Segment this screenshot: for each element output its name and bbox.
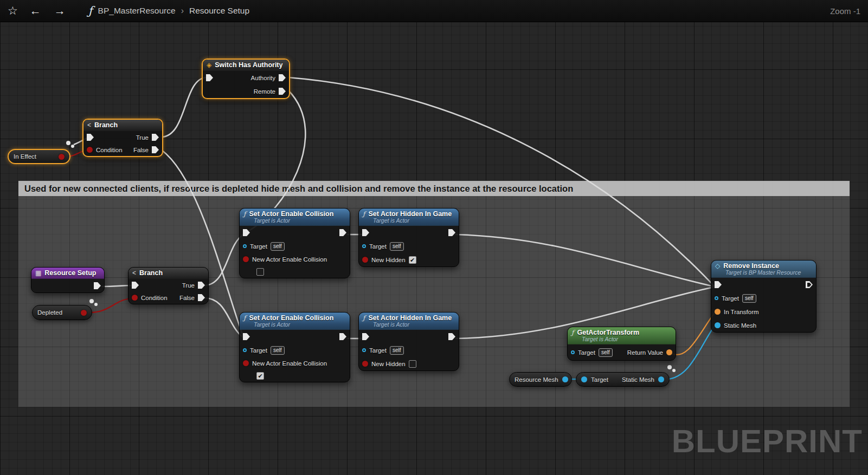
wire-branch-false-to-set-collision-2[interactable] (162, 150, 244, 339)
wire-hidden1-to-remove-instance[interactable] (455, 235, 714, 287)
target-pin[interactable] (243, 348, 247, 352)
condition-pin[interactable] (87, 147, 93, 153)
param-pin[interactable] (243, 256, 249, 262)
back-icon[interactable]: ← (30, 4, 41, 17)
authority-exec-out-pin[interactable] (279, 74, 286, 81)
self-value[interactable]: self (271, 346, 285, 355)
node-row: Target self (240, 239, 350, 253)
forward-icon[interactable]: → (54, 4, 66, 17)
node-row: New Actor Enable Collision (240, 357, 350, 369)
node-branch-bottom[interactable]: < Branch True Condition False (128, 267, 209, 304)
pin-label: Static Mesh (622, 376, 654, 383)
in-transform-pin[interactable] (715, 309, 721, 315)
self-value[interactable]: self (599, 348, 613, 357)
param-pin[interactable] (243, 360, 249, 366)
true-exec-out-pin[interactable] (152, 134, 159, 141)
node-depleted-variable[interactable]: Depleted (32, 305, 92, 320)
bool-out-pin[interactable] (59, 154, 65, 160)
node-row (240, 226, 350, 239)
variable-label: Depleted (37, 309, 62, 316)
node-title: Branch (94, 121, 118, 129)
exec-in-pin[interactable] (362, 333, 369, 340)
target-pin[interactable] (243, 244, 247, 248)
self-value[interactable]: self (271, 242, 285, 251)
false-exec-out-pin[interactable] (198, 294, 205, 301)
node-set-actor-hidden-2[interactable]: ƒ Set Actor Hidden In Game Target is Act… (358, 312, 459, 371)
node-get-actor-transform[interactable]: ƒ GetActorTransform Target is Actor Targ… (567, 327, 676, 361)
node-switch-has-authority[interactable]: ◈ Switch Has Authority Authority Remote (202, 58, 290, 99)
wire-branch-true-to-switch[interactable] (162, 77, 206, 137)
condition-pin[interactable] (132, 295, 138, 301)
pin-label: New Hidden (371, 257, 406, 263)
exec-out-pin[interactable] (94, 282, 101, 289)
false-exec-out-pin[interactable] (152, 146, 159, 153)
exec-out-pin[interactable] (448, 229, 455, 236)
node-resource-mesh-variable[interactable]: Resource Mesh (509, 372, 572, 387)
exec-in-pin[interactable] (715, 281, 722, 288)
target-pin[interactable] (362, 244, 366, 248)
exec-out-pin[interactable] (339, 333, 346, 340)
pin-label: Static Mesh (724, 322, 756, 329)
pin-label: Return Value (627, 349, 663, 356)
object-out-pin[interactable] (562, 376, 568, 382)
param-pin[interactable] (362, 257, 368, 263)
exec-in-pin[interactable] (87, 134, 94, 141)
remote-exec-out-pin[interactable] (279, 88, 286, 95)
wire-authority-to-remove-instance[interactable] (288, 77, 714, 286)
target-pin[interactable] (571, 350, 575, 354)
exec-out-pin[interactable] (339, 229, 346, 236)
exec-out-pin[interactable] (806, 281, 813, 288)
self-value[interactable]: self (742, 294, 756, 303)
node-resource-setup-event[interactable]: ▦ Resource Setup (31, 267, 105, 293)
node-row (31, 279, 104, 292)
pin-label: False (179, 295, 195, 301)
target-pin[interactable] (362, 348, 366, 352)
self-value[interactable]: self (390, 242, 404, 251)
static-mesh-pin[interactable] (715, 322, 721, 328)
self-value[interactable]: self (390, 346, 404, 355)
wire-branch2-false-to-set-collision-2[interactable] (204, 298, 244, 338)
target-in-pin[interactable] (581, 376, 587, 382)
node-set-actor-enable-collision-2[interactable]: ƒ Set Actor Enable Collision Target is A… (239, 312, 350, 382)
exec-in-pin[interactable] (132, 282, 139, 289)
pin-label: Target (369, 243, 387, 250)
param-pin[interactable] (362, 361, 368, 367)
exec-out-pin[interactable] (448, 333, 455, 340)
return-value-pin[interactable] (666, 349, 672, 355)
exec-in-pin[interactable] (206, 74, 213, 81)
exec-in-pin[interactable] (362, 229, 369, 236)
node-set-actor-hidden-1[interactable]: ƒ Set Actor Hidden In Game Target is Act… (358, 208, 459, 267)
checkbox[interactable]: ✔ (409, 256, 416, 264)
checkbox[interactable] (409, 360, 416, 368)
node-row: New Hidden ✔ (359, 253, 459, 266)
node-title: Set Actor Hidden In Game (368, 210, 452, 218)
node-get-static-mesh[interactable]: Target Static Mesh (576, 372, 670, 387)
node-branch-top[interactable]: < Branch True Condition False (82, 119, 163, 157)
node-subtitle: Target is Actor (254, 217, 345, 224)
favorite-star-icon[interactable]: ☆ (8, 4, 18, 17)
true-exec-out-pin[interactable] (198, 282, 205, 289)
node-remove-instance[interactable]: ◇ Remove Instance Target is BP Master Re… (711, 260, 816, 333)
node-header: ƒ Set Actor Enable Collision Target is A… (240, 209, 350, 226)
bool-out-pin[interactable] (81, 310, 87, 316)
target-pin[interactable] (715, 296, 718, 300)
checkbox[interactable]: ✔ (256, 372, 264, 380)
static-mesh-out-pin[interactable] (658, 376, 664, 382)
node-title: Set Actor Enable Collision (249, 210, 333, 218)
node-row (711, 278, 816, 291)
node-set-actor-enable-collision-1[interactable]: ƒ Set Actor Enable Collision Target is A… (239, 208, 350, 278)
event-dispatcher-icon: ◇ (715, 263, 720, 269)
wire-transform-to-remove-instance[interactable] (671, 314, 714, 355)
node-subtitle: Target is Actor (254, 321, 345, 328)
node-in-effect-variable[interactable]: In Effect (8, 149, 70, 164)
node-row: Condition False (128, 291, 208, 304)
exec-in-pin[interactable] (243, 333, 250, 340)
checkbox[interactable] (256, 268, 264, 276)
node-title: Remove Instance (723, 262, 779, 270)
variable-label: In Effect (14, 153, 36, 160)
exec-in-pin[interactable] (243, 229, 250, 236)
branch-icon: < (132, 270, 136, 276)
node-title: Resource Setup (44, 269, 96, 277)
breadcrumb-root[interactable]: BP_MasterResource (98, 6, 176, 16)
pin-label: Condition (141, 295, 168, 301)
